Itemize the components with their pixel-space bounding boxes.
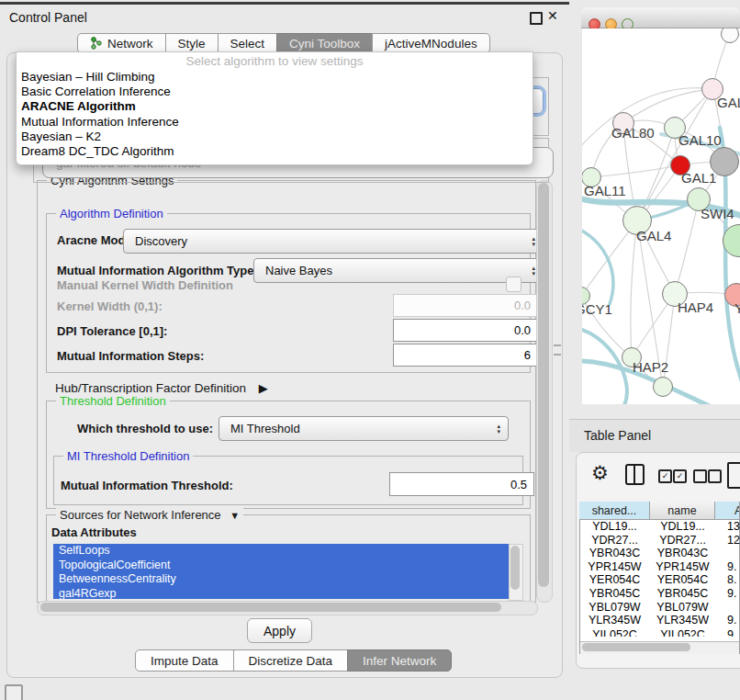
mi-threshold-field[interactable]: 0.5 bbox=[389, 472, 534, 496]
algorithm-dropdown-popup: Select algorithm to view settings Bayesi… bbox=[16, 51, 533, 165]
tab-cyni-toolbox[interactable]: Cyni Toolbox bbox=[276, 33, 373, 53]
table-row[interactable]: YBR043C YBR043C bbox=[579, 547, 740, 560]
document-icon[interactable] bbox=[727, 462, 740, 489]
list-item[interactable]: BetweennessCentrality bbox=[53, 572, 509, 587]
dropdown-item[interactable]: Bayesian – Hill Climbing bbox=[17, 70, 533, 85]
tab-network[interactable]: Network bbox=[77, 33, 166, 53]
column-header-name[interactable]: name bbox=[650, 502, 715, 520]
dpi-tolerance-label: DPI Tolerance [0,1]: bbox=[57, 324, 167, 338]
mi-steps-field[interactable]: 6 bbox=[393, 344, 538, 367]
which-threshold-combo[interactable]: MI Threshold ▴▾ bbox=[219, 416, 509, 441]
network-icon bbox=[90, 37, 103, 50]
dpi-tolerance-field[interactable]: 0.0 bbox=[393, 319, 538, 342]
mi-type-label: Mutual Information Algorithm Type: bbox=[57, 264, 258, 277]
data-attributes-list: SelfLoops TopologicalCoefficient Between… bbox=[53, 544, 509, 599]
node-label: GAL4 bbox=[636, 228, 671, 243]
node-label: GAL1 bbox=[681, 170, 716, 186]
dropdown-item[interactable]: Mutual Information Inference bbox=[17, 115, 533, 130]
panel-corner-button[interactable] bbox=[5, 684, 23, 700]
tab-style[interactable]: Style bbox=[165, 33, 219, 53]
mi-type-combo[interactable]: Naive Bayes ▴▾ bbox=[253, 258, 544, 283]
table-row[interactable]: YLR345W YLR345W 9. bbox=[579, 614, 740, 627]
unchecked-checkbox-icon[interactable] bbox=[708, 469, 722, 483]
bottom-tabbar: Impute Data Discretize Data Infer Networ… bbox=[136, 649, 452, 672]
hub-section-toggle[interactable]: Hub/Transcription Factor Definition ▶ bbox=[55, 381, 268, 395]
splitpane-divider-handle[interactable] bbox=[554, 344, 561, 356]
node-label: Y bbox=[734, 300, 740, 316]
mi-threshold-title: MI Threshold Definition bbox=[63, 449, 193, 463]
tab-network-label: Network bbox=[107, 37, 153, 51]
tab-impute-data[interactable]: Impute Data bbox=[135, 649, 234, 672]
collapsed-arrow-icon: ▶ bbox=[259, 381, 268, 395]
manual-kernel-label: Manual Kernel Width Definition bbox=[57, 278, 233, 292]
stepper-icon: ▴▾ bbox=[532, 236, 535, 247]
dropdown-prompt: Select algorithm to view settings bbox=[17, 52, 533, 70]
settings-horizontal-scroll-thumb[interactable] bbox=[40, 603, 501, 612]
tab-discretize-data[interactable]: Discretize Data bbox=[233, 649, 349, 672]
data-attributes-label: Data Attributes bbox=[51, 525, 137, 539]
checked-checkbox-icon[interactable]: ✓ bbox=[658, 469, 672, 483]
tab-jactivemnodules[interactable]: jActiveMNodules bbox=[372, 33, 490, 53]
checked-checkbox-icon[interactable]: ✓ bbox=[673, 469, 687, 483]
threshold-definition-title: Threshold Definition bbox=[56, 394, 170, 408]
mi-steps-label: Mutual Information Steps: bbox=[57, 349, 204, 363]
list-item[interactable]: gal4RGexp bbox=[53, 587, 509, 600]
node-label: GCY1 bbox=[582, 301, 612, 317]
mi-threshold-label: Mutual Information Threshold: bbox=[61, 479, 233, 492]
manual-kernel-checkbox[interactable] bbox=[506, 277, 521, 292]
list-item[interactable]: TopologicalCoefficient bbox=[53, 559, 509, 573]
tab-infer-network[interactable]: Infer Network bbox=[347, 649, 452, 672]
node-label: GAL11 bbox=[584, 183, 626, 198]
list-item[interactable]: SelfLoops bbox=[53, 544, 509, 559]
table-row[interactable]: YDL19... YDL19... 13 bbox=[579, 520, 740, 534]
stepper-icon: ▴▾ bbox=[497, 423, 500, 435]
settings-vertical-scroll-thumb[interactable] bbox=[538, 183, 549, 587]
table-row[interactable]: YBR045C YBR045C 9. bbox=[579, 587, 740, 601]
close-icon[interactable]: ✕ bbox=[547, 8, 558, 23]
table-row[interactable]: YDR27... YDR27... 12 bbox=[579, 534, 740, 548]
algorithm-definition-title: Algorithm Definition bbox=[56, 207, 167, 220]
table-panel-title: Table Panel bbox=[584, 428, 651, 443]
node-label: GAL10 bbox=[678, 132, 722, 148]
table-horizontal-scroll-thumb[interactable] bbox=[582, 643, 690, 651]
aracne-mode-combo[interactable]: Discovery ▴▾ bbox=[123, 229, 544, 254]
sources-title[interactable]: Sources for Network Inference ▼ bbox=[56, 508, 243, 522]
table-row[interactable]: YPR145W YPR145W 9. bbox=[579, 560, 740, 574]
gear-icon[interactable]: ⚙ bbox=[591, 463, 609, 483]
node-label: HAP2 bbox=[633, 359, 668, 375]
apply-button[interactable]: Apply bbox=[247, 618, 312, 643]
table-row[interactable]: YER054C YER054C 8. bbox=[579, 573, 740, 587]
node-unlabeled-bottom[interactable] bbox=[653, 377, 673, 397]
dropdown-item[interactable]: Basic Correlation Inference bbox=[17, 85, 533, 99]
column-header-shared[interactable]: shared... bbox=[579, 502, 650, 520]
kernel-width-label: Kernel Width (0,1): bbox=[57, 299, 163, 313]
column-header-partial[interactable]: A bbox=[715, 502, 740, 520]
node-label: GAL80 bbox=[611, 125, 655, 141]
window-top-border bbox=[0, 2, 569, 5]
dropdown-item-selected[interactable]: ARACNE Algorithm bbox=[17, 99, 533, 114]
attributes-list-scroll-thumb[interactable] bbox=[510, 546, 520, 590]
node-label: HAP4 bbox=[678, 299, 713, 315]
dropdown-item[interactable]: Bayesian – K2 bbox=[17, 130, 533, 144]
control-panel-title: Control Panel bbox=[9, 10, 87, 25]
table-row[interactable]: YBL079W YBL079W bbox=[579, 601, 740, 615]
float-window-icon[interactable] bbox=[530, 12, 543, 25]
which-threshold-label: Which threshold to use: bbox=[77, 422, 213, 435]
control-panel-tabbar: Network Style Select Cyni Toolbox jActiv… bbox=[78, 33, 490, 53]
control-panel: Control Panel ✕ Network Style Select Cyn… bbox=[0, 0, 569, 700]
dropdown-item[interactable]: Dream8 DC_TDC Algorithm bbox=[17, 144, 533, 159]
network-canvas[interactable]: GAL8 GAL80 GAL10 GAL1 GAL11 SWI4 GAL4 GC… bbox=[582, 28, 740, 404]
node-label: SWI4 bbox=[701, 206, 734, 221]
node-label: GAL8 bbox=[717, 95, 740, 110]
tab-select[interactable]: Select bbox=[218, 33, 278, 53]
kernel-width-field[interactable]: 0.0 bbox=[393, 294, 538, 317]
expanded-arrow-icon: ▼ bbox=[230, 510, 240, 521]
stepper-icon: ▴▾ bbox=[532, 265, 535, 277]
unchecked-checkbox-icon[interactable] bbox=[693, 469, 707, 483]
table-header-row: shared... name A bbox=[579, 502, 740, 520]
columns-icon[interactable] bbox=[625, 464, 645, 485]
network-window-titlebar[interactable] bbox=[581, 7, 740, 28]
